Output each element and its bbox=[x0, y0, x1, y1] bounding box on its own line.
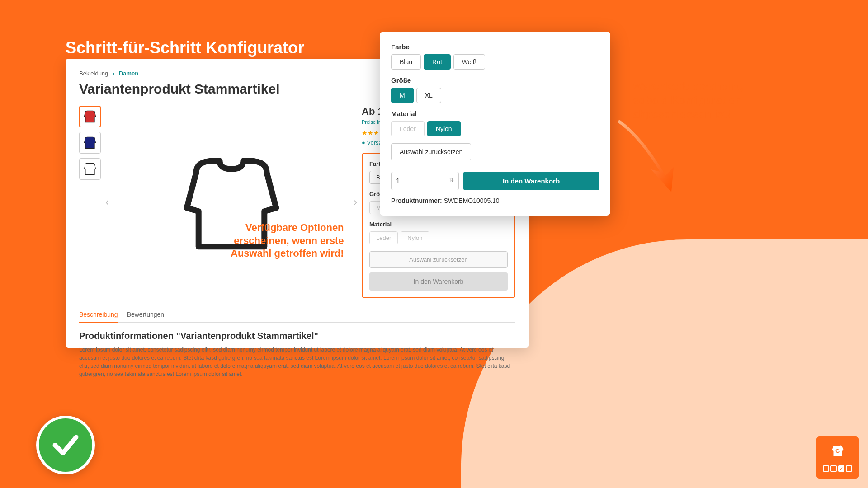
tabs: Beschreibung Bewertungen bbox=[79, 307, 515, 323]
popup-material-leather-button: Leder bbox=[391, 121, 425, 136]
image-next-icon[interactable]: › bbox=[354, 196, 357, 208]
configurator-popup: Farbe Blau Rot Weiß Größe M XL Material … bbox=[380, 32, 610, 216]
image-prev-icon[interactable]: ‹ bbox=[105, 196, 109, 208]
popup-color-white-button[interactable]: Weiß bbox=[453, 54, 485, 70]
popup-size-label: Größe bbox=[391, 76, 599, 84]
material-leather-button: Leder bbox=[369, 231, 398, 244]
shirt-icon: G+ bbox=[829, 443, 847, 463]
popup-color-red-button[interactable]: Rot bbox=[424, 54, 451, 70]
reset-button[interactable]: Auswahl zurücksetzen bbox=[369, 251, 508, 268]
success-check-icon bbox=[36, 416, 95, 474]
popup-size-m-button[interactable]: M bbox=[391, 88, 414, 103]
product-image: ‹ › bbox=[110, 106, 353, 298]
callout-options: Verfügbare Optionen erscheinen, wenn ers… bbox=[231, 221, 344, 260]
description-heading: Produktinformationen "Variantenprodukt S… bbox=[79, 331, 515, 341]
quantity-stepper[interactable]: 1 bbox=[391, 172, 459, 190]
thumbnail-list bbox=[79, 106, 101, 298]
material-label: Material bbox=[369, 221, 508, 228]
material-nylon-button: Nylon bbox=[401, 231, 429, 244]
breadcrumb-root[interactable]: Bekleidung bbox=[79, 70, 108, 77]
popup-color-blue-button[interactable]: Blau bbox=[391, 54, 421, 70]
popup-material-nylon-button[interactable]: Nylon bbox=[427, 121, 461, 136]
tab-reviews[interactable]: Bewertungen bbox=[127, 307, 165, 322]
cart-button-disabled: In den Warenkorb bbox=[369, 272, 508, 291]
svg-text:G: G bbox=[835, 448, 840, 454]
page-heading: Schritt-für-Schritt Konfigurator bbox=[66, 38, 304, 57]
thumbnail-white[interactable] bbox=[79, 158, 101, 180]
breadcrumb-current[interactable]: Damen bbox=[119, 70, 138, 77]
product-number: Produktnummer: SWDEMO10005.10 bbox=[391, 197, 599, 204]
badge-boxes: ✓ bbox=[823, 465, 852, 472]
description-text: Lorem ipsum dolor sit amet, consetetur s… bbox=[79, 346, 515, 378]
tab-description[interactable]: Beschreibung bbox=[79, 307, 118, 323]
popup-reset-button[interactable]: Auswahl zurücksetzen bbox=[391, 143, 471, 160]
app-badge-icon: G+ ✓ bbox=[816, 436, 859, 479]
svg-text:+: + bbox=[840, 444, 842, 449]
thumbnail-blue[interactable] bbox=[79, 132, 101, 154]
popup-size-xl-button[interactable]: XL bbox=[416, 88, 441, 103]
popup-color-label: Farbe bbox=[391, 43, 599, 51]
callout-cart: Warenkorb erscheint, sobald Konfiguratio… bbox=[633, 79, 744, 122]
breadcrumb-separator: › bbox=[113, 70, 114, 77]
thumbnail-red[interactable] bbox=[79, 106, 101, 127]
popup-cart-button[interactable]: In den Warenkorb bbox=[463, 172, 599, 190]
arrow-icon bbox=[610, 117, 683, 199]
popup-material-label: Material bbox=[391, 110, 599, 117]
